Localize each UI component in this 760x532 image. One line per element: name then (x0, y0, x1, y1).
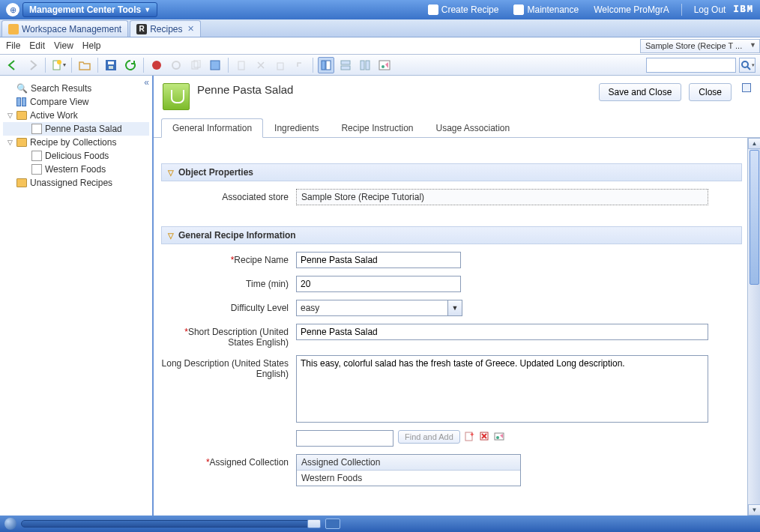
tab-ingredients[interactable]: Ingredients (263, 118, 330, 138)
row-difficulty: Difficulty Level easy (161, 300, 742, 316)
refresh-button[interactable] (122, 57, 139, 73)
remove-item-icon[interactable] (478, 430, 490, 442)
textarea-long-desc[interactable] (296, 355, 708, 423)
value-associated-store: Sample Store (Recipe Tutorial) (296, 189, 708, 205)
section-object-properties-label: Object Properties (178, 167, 253, 178)
tab-usage-association[interactable]: Usage Association (424, 118, 521, 138)
layout-b-button[interactable] (357, 57, 373, 73)
status-center-icon[interactable] (325, 519, 340, 529)
svg-rect-9 (211, 61, 220, 70)
folder-icon (16, 111, 27, 120)
tree-unassigned-label: Unassigned Recipes (30, 178, 112, 188)
row-short-desc: *Short Description (United States Englis… (161, 324, 742, 348)
scroll-thumb[interactable] (750, 150, 759, 285)
layout-a-button[interactable] (337, 57, 354, 73)
store-selector-dropdown[interactable]: Sample Store (Recipe T ... (640, 39, 760, 53)
tree-search-results[interactable]: 🔍 Search Results (3, 82, 149, 95)
menu-edit[interactable]: Edit (29, 40, 45, 51)
svg-rect-17 (366, 61, 370, 70)
open-button[interactable] (76, 57, 93, 73)
svg-point-1 (57, 60, 61, 64)
form-area: ▽ Object Properties Associated store Sam… (154, 138, 760, 516)
browse-item-icon[interactable] (493, 430, 505, 442)
search-go-button[interactable]: ▾ (739, 58, 756, 73)
tab-close-icon[interactable]: ✕ (187, 24, 194, 34)
tab-recipe-instruction[interactable]: Recipe Instruction (330, 118, 424, 138)
svg-rect-13 (326, 61, 331, 70)
tab-workspace-label: Workspace Management (22, 24, 121, 34)
stop-button[interactable] (148, 57, 165, 73)
maintenance-label: Maintenance (527, 4, 579, 15)
status-progress-track[interactable] (21, 520, 321, 528)
expander-icon[interactable]: ▽ (6, 139, 13, 146)
copy-button (187, 57, 204, 73)
tree-active-work[interactable]: ▽ Active Work (3, 109, 149, 122)
tree-unassigned-recipes[interactable]: Unassigned Recipes (3, 176, 149, 190)
tree-delicious-foods[interactable]: Delicious Foods (3, 149, 149, 163)
create-recipe-label: Create Recipe (441, 4, 499, 15)
svg-point-19 (381, 65, 384, 68)
maintenance-link[interactable]: Maintenance (513, 4, 579, 15)
scroll-down-icon[interactable]: ▼ (748, 504, 760, 516)
show-nav-button[interactable] (318, 57, 334, 73)
recipe-logo-icon (163, 83, 190, 110)
menu-file[interactable]: File (6, 40, 20, 51)
toolbar: ▾ ▾ (0, 55, 760, 76)
menu-help[interactable]: Help (82, 40, 101, 51)
tree-recipe-by-collections[interactable]: ▽ Recipe by Collections (3, 136, 149, 149)
new-button[interactable]: ▾ (50, 57, 67, 73)
folder-icon (16, 138, 27, 147)
svg-rect-15 (341, 66, 350, 70)
navigator-tree: 🔍 Search Results Compare View ▽ Active W… (0, 79, 152, 193)
svg-rect-10 (238, 61, 244, 70)
save-button[interactable] (103, 57, 119, 73)
input-find-collection[interactable] (296, 430, 393, 447)
status-orb-icon[interactable] (4, 518, 16, 530)
new-item-icon[interactable]: ✦ (463, 430, 475, 442)
scroll-up-icon[interactable]: ▲ (748, 138, 760, 149)
input-short-desc[interactable] (296, 324, 708, 340)
tree-rbc-label: Recipe by Collections (30, 137, 116, 148)
status-progress-handle[interactable] (307, 519, 321, 528)
close-button[interactable]: Close (689, 83, 732, 101)
tab-general-information[interactable]: General Information (161, 118, 263, 138)
find-and-add-button[interactable]: Find and Add (398, 430, 460, 444)
select-all-button[interactable] (207, 57, 223, 73)
preview-button[interactable] (376, 57, 393, 73)
table-row[interactable]: Western Foods (297, 471, 520, 486)
input-recipe-name[interactable] (296, 252, 461, 268)
search-icon: 🔍 (16, 83, 28, 94)
undo-button (292, 57, 308, 73)
back-button[interactable] (4, 57, 21, 73)
tab-recipes[interactable]: R Recipes ✕ (130, 20, 200, 37)
menu-view[interactable]: View (54, 40, 73, 51)
logout-link[interactable]: Log Out (694, 4, 726, 15)
tree-compare-view[interactable]: Compare View (3, 95, 149, 109)
save-and-close-button[interactable]: Save and Close (599, 83, 682, 101)
editor-header: Penne Pasta Salad Save and Close Close (154, 76, 760, 110)
row-find-and-add: Find and Add ✦ (161, 430, 742, 447)
create-recipe-link[interactable]: Create Recipe (428, 4, 499, 15)
input-time[interactable] (296, 276, 461, 292)
menu-bar: File Edit View Help Sample Store (Recipe… (0, 37, 760, 55)
management-center-tools-menu[interactable]: Management Center Tools ▼ (22, 2, 157, 17)
search-input[interactable] (646, 58, 736, 73)
section-object-properties[interactable]: ▽ Object Properties (161, 163, 742, 181)
label-recipe-name: *Recipe Name (161, 252, 296, 265)
scrollbar[interactable]: ▲ ▼ (747, 138, 760, 516)
separator (681, 4, 682, 16)
workspace-icon (8, 24, 19, 34)
select-difficulty[interactable]: easy (296, 300, 462, 316)
expander-icon[interactable]: ▽ (6, 112, 13, 119)
maximize-icon[interactable] (742, 83, 751, 92)
recipes-icon: R (136, 24, 147, 34)
navigator-close-icon[interactable]: « (144, 77, 149, 88)
table-assigned-collection[interactable]: Assigned Collection Western Foods (296, 454, 521, 486)
tree-western-foods[interactable]: Western Foods (3, 163, 149, 176)
tab-workspace-management[interactable]: Workspace Management (1, 20, 128, 37)
row-time: Time (min) (161, 276, 742, 292)
section-general-recipe-information[interactable]: ▽ General Recipe Information (161, 226, 742, 244)
tree-penne-pasta-salad[interactable]: Penne Pasta Salad (3, 122, 149, 136)
collection-item-icon (31, 151, 42, 161)
tree-search-results-label: Search Results (31, 83, 91, 94)
